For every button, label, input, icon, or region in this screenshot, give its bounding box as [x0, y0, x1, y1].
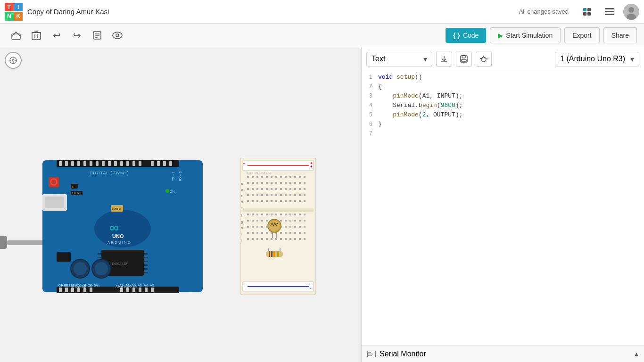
svg-rect-210 [285, 214, 287, 215]
svg-rect-218 [261, 220, 263, 222]
svg-rect-287 [462, 56, 465, 58]
saved-status: All changes saved [519, 8, 569, 15]
debug-button[interactable] [476, 51, 492, 67]
svg-rect-75 [98, 257, 101, 258]
svg-rect-154 [294, 182, 296, 184]
svg-text:j: j [240, 239, 242, 242]
svg-rect-51 [163, 161, 166, 166]
svg-rect-168 [299, 188, 301, 190]
svg-rect-217 [256, 220, 258, 222]
svg-point-21 [116, 34, 119, 37]
svg-point-115 [74, 262, 87, 275]
svg-text:DIGITAL (PWM~): DIGITAL (PWM~) [90, 171, 129, 175]
serial-monitor-icon [367, 351, 376, 357]
svg-rect-176 [275, 194, 277, 196]
code-button[interactable]: { } Code [446, 28, 486, 43]
view-btn[interactable] [108, 26, 126, 44]
grid-view-button[interactable] [578, 3, 596, 21]
svg-rect-28 [0, 236, 7, 249]
svg-rect-249 [285, 232, 287, 234]
svg-rect-223 [285, 220, 287, 222]
svg-text:A3: A3 [138, 284, 142, 287]
code-line-5: 5 pinMode(2, OUTPUT); [362, 111, 644, 121]
svg-text:-: - [310, 286, 312, 290]
svg-rect-83 [144, 264, 148, 266]
svg-rect-38 [77, 161, 80, 166]
svg-rect-222 [280, 220, 282, 222]
svg-rect-49 [151, 161, 154, 166]
svg-text:+: + [243, 161, 245, 165]
svg-text:b: b [241, 188, 243, 191]
svg-rect-257 [261, 238, 263, 240]
svg-rect-262 [285, 238, 287, 240]
logo-i: I [14, 3, 23, 12]
svg-rect-157 [247, 188, 249, 190]
svg-point-8 [628, 7, 634, 13]
svg-rect-46 [126, 161, 129, 166]
svg-rect-93 [83, 288, 86, 292]
svg-rect-229 [252, 226, 254, 228]
svg-line-293 [480, 58, 481, 59]
panel-toggle-button[interactable] [601, 3, 619, 21]
svg-rect-248 [280, 232, 282, 234]
start-simulation-button[interactable]: ▶ Start Simulation [490, 27, 561, 43]
crosshair-button[interactable] [5, 52, 22, 69]
svg-rect-162 [271, 188, 272, 190]
canvas-area[interactable]: DIGITAL (PWM~) TX→1 RX←0 L TX RX ∞ UNO A… [0, 47, 361, 362]
svg-rect-258 [266, 238, 268, 240]
svg-text:h: h [241, 226, 243, 230]
svg-rect-188 [271, 200, 272, 202]
svg-rect-174 [266, 194, 268, 196]
code-line-3: 3 pinMode(A1, INPUT); [362, 92, 644, 102]
svg-text:RX←0: RX←0 [179, 171, 182, 181]
device-chevron: ▾ [630, 55, 634, 64]
svg-rect-155 [299, 182, 301, 184]
svg-rect-209 [280, 214, 282, 215]
svg-point-289 [481, 57, 486, 62]
topbar: T I N K Copy of Daring Amur-Kasi All cha… [0, 0, 644, 24]
user-avatar[interactable] [623, 4, 639, 20]
svg-rect-152 [285, 182, 287, 184]
svg-rect-264 [294, 238, 296, 240]
code-mode-dropdown[interactable]: Text ▾ [366, 52, 432, 66]
code-line-4: 4 Serial.begin(9600); [362, 102, 644, 111]
svg-rect-185 [256, 200, 258, 202]
serial-monitor-bar[interactable]: Serial Monitor ▴ [362, 345, 644, 362]
delete-btn[interactable] [27, 26, 45, 44]
share-button[interactable]: Share [603, 27, 637, 43]
code-line-2: 2 { [362, 83, 644, 92]
download-button[interactable] [436, 51, 452, 67]
svg-rect-239 [299, 226, 301, 228]
svg-rect-44 [114, 161, 117, 166]
shape-btn[interactable] [7, 26, 25, 44]
export-button[interactable]: Export [564, 27, 599, 43]
svg-rect-149 [271, 182, 272, 184]
logo-t: T [5, 3, 14, 12]
undo-btn[interactable]: ↩ [48, 26, 66, 44]
svg-rect-276 [273, 251, 275, 257]
svg-rect-192 [289, 200, 291, 202]
redo-btn[interactable]: ↪ [68, 26, 86, 44]
svg-rect-274 [269, 251, 270, 257]
svg-point-27 [12, 59, 14, 61]
tinkercad-logo: T I N K [5, 3, 23, 21]
svg-rect-207 [271, 214, 272, 215]
project-title: Copy of Daring Amur-Kasi [27, 8, 514, 16]
code-editor[interactable]: 1 void setup() 2 { 3 pinMode(A1, INPUT);… [362, 71, 644, 345]
svg-rect-189 [275, 200, 277, 202]
svg-rect-45 [120, 161, 123, 166]
device-dropdown[interactable]: 1 (Arduino Uno R3) ▾ [555, 52, 639, 66]
svg-text:a: a [241, 182, 243, 185]
save-code-button[interactable] [456, 51, 472, 67]
svg-rect-169 [304, 188, 305, 190]
svg-rect-156 [304, 182, 305, 184]
svg-rect-140 [289, 176, 291, 178]
svg-rect-11 [32, 33, 41, 40]
svg-rect-202 [247, 214, 249, 215]
svg-text:A4: A4 [144, 284, 148, 287]
svg-rect-40 [90, 161, 92, 166]
logo-n: N [5, 12, 14, 21]
svg-rect-253 [304, 232, 305, 234]
svg-rect-4 [605, 8, 614, 9]
note-btn[interactable] [88, 26, 106, 44]
